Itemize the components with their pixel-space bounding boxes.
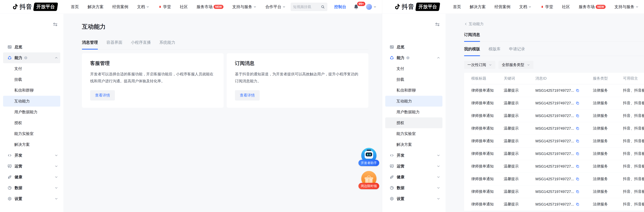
sidebar-item[interactable]: 能力 [3,52,60,63]
nav-item[interactable]: 合作平台 [265,4,286,10]
copy-icon[interactable] [576,190,580,193]
view-details-button[interactable]: 查看详情 [90,90,115,100]
sidebar-item[interactable]: 挂载 [3,74,60,85]
sidebar-item-label: 授权 [396,120,404,126]
sidebar-item[interactable]: 用户数据能力 [385,107,442,118]
douyin-open-platform-logo[interactable]: 抖音 开放平台 [12,3,58,11]
sidebar-item[interactable]: 数据 [385,182,442,193]
view-details-button[interactable]: 查看详情 [235,90,260,100]
sidebar-item[interactable]: 互动能力 [3,96,60,107]
nav-item[interactable]: 首页 [71,4,79,10]
copy-icon[interactable] [576,139,580,143]
chevron-icon [436,164,440,168]
sidebar-item[interactable]: 授权 [3,118,60,128]
sidebar-item[interactable]: 健康 [3,172,60,182]
search-input[interactable] [293,5,321,9]
nav-item[interactable]: 文档 [519,4,532,10]
nav-item[interactable]: 支持与服务 [232,4,256,10]
gift-promo-widget[interactable]: 周边限时领 [358,171,379,189]
nav-item[interactable]: 首页 [453,4,461,10]
developer-assistant-widget[interactable]: 开发者助手 [358,148,379,166]
copy-icon[interactable] [576,152,580,156]
sidebar-item[interactable]: 数据 [3,182,60,193]
copy-icon[interactable] [576,114,580,118]
tab[interactable]: 系统能力 [159,40,175,49]
capability-card: 客服管理 开发者可以选择合适的客服功能，开启客服功能后，小程序客服人员就能在线和… [82,53,224,108]
sidebar-item-label: 能力 [14,55,22,60]
sidebar-item[interactable]: 设置 [385,193,442,204]
sidebar-item[interactable]: 运营 [385,161,442,172]
sidebar-collapse-icon[interactable] [435,22,440,27]
cell-template-title: 律师接单通知 [471,198,504,210]
sidebar-item[interactable]: 能力实验室 [3,128,60,139]
open-platform-badge: 开放平台 [33,3,58,11]
sidebar-item-label: 健康 [397,174,404,180]
tab[interactable]: 消息管理 [82,40,98,49]
copy-icon[interactable] [576,101,580,105]
nav-item[interactable]: 解决方案 [470,4,486,10]
breadcrumb[interactable]: 互动能力 [464,21,484,27]
sidebar-item-label: 总览 [14,44,22,50]
cell-service-type: 法律服务 [593,97,623,110]
sidebar-item[interactable]: 健康 [385,172,442,182]
info-icon [24,56,28,60]
account-menu[interactable] [366,4,376,10]
sidebar-item[interactable]: 解决方案 [385,139,442,150]
sidebar-item[interactable]: 运营 [3,161,60,172]
console-link[interactable]: 控制台 [334,4,346,10]
tab[interactable]: 申请记录 [509,46,525,56]
sidebar-item[interactable]: 能力 [385,52,442,63]
tab[interactable]: 我的模版 [464,46,480,56]
cell-keyword: 温馨提示 [504,84,536,97]
notification-bell[interactable]: 99+ [353,4,359,10]
sidebar-item[interactable]: 设置 [3,193,60,204]
sidebar-item[interactable]: 支付 [3,63,60,74]
nav-item[interactable]: 经营案例 [112,4,128,10]
tab[interactable]: 容器界面 [106,40,122,49]
sidebar-item[interactable]: 授权 [385,118,442,128]
table-row: 律师接单通知 温馨提示 MSG1425719749727... 法律服务 抖音、… [471,122,644,135]
nav-item[interactable]: 学堂 [540,4,553,10]
tab[interactable]: 小程序直播 [131,40,151,49]
sidebar-item[interactable]: 总览 [385,42,442,52]
sidebar-item[interactable]: 私信和群聊 [385,85,442,96]
cell-available-hosts: 抖音、抖音极速版 [623,198,644,210]
sidebar-item[interactable]: 挂载 [385,74,442,85]
nav-item[interactable]: 经营案例 [494,4,510,10]
sidebar-item[interactable]: 解决方案 [3,139,60,150]
subscription-type-select[interactable]: 一次性订阅 [464,61,495,69]
copy-icon[interactable] [576,164,580,168]
copy-icon[interactable] [576,177,580,181]
chevron-icon [54,186,58,190]
sidebar-collapse-icon[interactable] [52,22,58,27]
sidebar-item[interactable]: 能力实验室 [385,128,442,139]
nav-item-label: 经营案例 [494,4,510,10]
nav-item[interactable]: 文档 [137,4,150,10]
nav-item[interactable]: 服务市场 NEW [196,4,224,10]
copy-icon[interactable] [576,202,580,206]
nav-item[interactable]: 服务市场 NEW [579,4,606,10]
douyin-open-platform-logo[interactable]: 抖音 开放平台 [394,3,440,11]
sidebar-item-label: 开发 [14,153,22,158]
nav-item[interactable]: 社区 [180,4,188,10]
sidebar-item[interactable]: 互动能力 [385,96,442,107]
service-type-select[interactable]: 全部服务类型 [498,61,534,69]
sidebar-item-label: 设置 [14,196,22,201]
copy-icon[interactable] [576,88,580,92]
sidebar-item[interactable]: 私信和群聊 [3,85,60,96]
nav-item[interactable]: 解决方案 [88,4,104,10]
nav-item[interactable]: 学堂 [158,4,171,10]
tab[interactable]: 模版库 [488,46,500,56]
sidebar-item[interactable]: 总览 [3,42,60,52]
sidebar-item[interactable]: 支付 [385,63,442,74]
search-icon[interactable] [321,5,325,9]
sidebar-item[interactable]: 开发 [3,150,60,161]
sidebar-item[interactable]: 开发 [385,150,442,161]
tab-subscription-message[interactable]: 订阅消息 [464,32,480,42]
nav-item[interactable]: 支持与服务 [614,4,639,10]
nav-item[interactable]: 社区 [562,4,570,10]
copy-icon[interactable] [576,127,580,130]
sidebar-item[interactable]: 用户数据能力 [3,107,60,118]
nav-search[interactable] [291,3,327,11]
table-row: 律师接单通知 温馨提示 MSG1425719749727... 法律服务 抖音、… [471,97,644,110]
